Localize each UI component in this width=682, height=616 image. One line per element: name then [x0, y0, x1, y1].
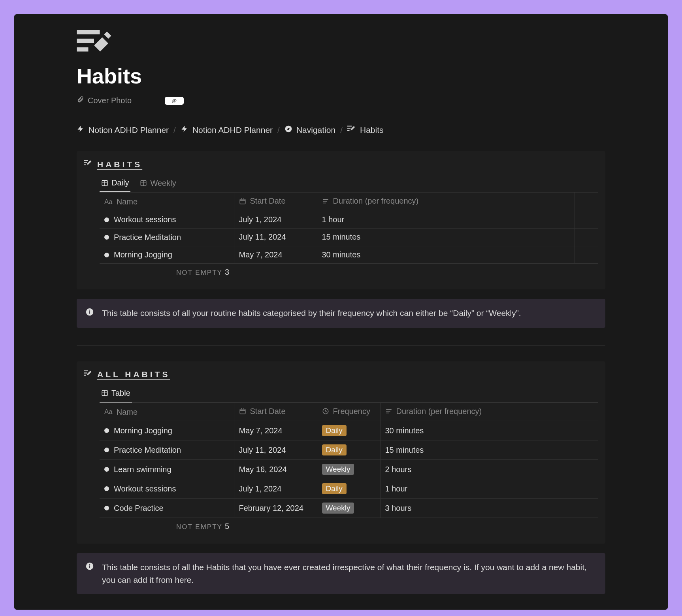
column-frequency[interactable]: Frequency — [317, 402, 380, 421]
svg-rect-0 — [77, 30, 100, 34]
page-content: Habits Cover Photo Notion ADHD Planner /… — [47, 30, 635, 594]
svg-rect-12 — [84, 162, 87, 163]
svg-rect-10 — [347, 130, 350, 131]
habits-callout: This table consists of all your routine … — [77, 299, 605, 328]
column-spacer — [575, 193, 598, 211]
page-meta-row: Cover Photo — [77, 96, 605, 114]
column-name[interactable]: AaName — [100, 402, 234, 421]
pencil-list-icon — [347, 125, 356, 135]
svg-rect-2 — [77, 47, 89, 52]
page-icon — [77, 30, 605, 55]
svg-rect-28 — [89, 311, 90, 314]
svg-rect-32 — [84, 374, 86, 375]
svg-rect-31 — [84, 372, 87, 373]
svg-point-29 — [89, 310, 90, 310]
all-habits-section-title[interactable]: ALL HABITS — [97, 370, 170, 379]
breadcrumb-separator: / — [340, 125, 343, 135]
table-row[interactable]: Learn swimming May 16, 2024 Weekly 2 hou… — [100, 460, 598, 479]
bullet-icon — [104, 448, 109, 452]
frequency-tag: Weekly — [322, 503, 354, 514]
bullet-icon — [104, 253, 109, 257]
column-start-date[interactable]: Start Date — [234, 193, 317, 211]
bullet-icon — [104, 486, 109, 491]
all-habits-tabs: Table — [100, 385, 598, 402]
breadcrumb-item-3[interactable]: Habits — [347, 125, 384, 135]
bullet-icon — [104, 506, 109, 510]
compass-icon — [284, 125, 292, 135]
breadcrumb-item-0[interactable]: Notion ADHD Planner — [77, 125, 169, 135]
svg-rect-20 — [240, 199, 245, 204]
breadcrumb-separator: / — [277, 125, 280, 135]
lines-icon — [385, 408, 392, 415]
breadcrumb-item-2[interactable]: Navigation — [284, 125, 335, 135]
breadcrumb: Notion ADHD Planner / Notion ADHD Planne… — [77, 125, 605, 135]
bullet-icon — [104, 235, 109, 240]
svg-rect-1 — [77, 39, 94, 43]
column-name[interactable]: AaName — [100, 193, 234, 211]
calendar-icon — [239, 198, 246, 205]
page-title: Habits — [77, 64, 605, 88]
svg-point-46 — [89, 564, 90, 565]
svg-rect-11 — [84, 160, 88, 161]
svg-rect-13 — [84, 164, 86, 165]
text-aa-icon: Aa — [104, 198, 113, 206]
table-row[interactable]: Practice Meditation July 11, 2024 15 min… — [100, 229, 598, 246]
tab-daily[interactable]: Daily — [100, 175, 130, 192]
svg-rect-36 — [240, 409, 245, 414]
svg-rect-45 — [89, 565, 90, 568]
cover-photo-link[interactable]: Cover Photo — [77, 96, 132, 105]
habits-table: AaName Start Date Duration (per frequenc… — [100, 192, 598, 281]
table-row[interactable]: Workout sessions July 1, 2024 1 hour — [100, 211, 598, 229]
all-habits-table: AaName Start Date Frequency Duration (pe… — [100, 402, 598, 535]
pencil-list-icon — [84, 159, 92, 170]
table-row[interactable]: Morning Jogging May 7, 2024 Daily 30 min… — [100, 421, 598, 440]
table-row[interactable]: Workout sessions July 1, 2024 Daily 1 ho… — [100, 479, 598, 499]
tab-table[interactable]: Table — [100, 385, 132, 402]
all-habits-callout: This table consists of all the Habits th… — [77, 553, 605, 594]
attachment-icon — [77, 96, 84, 105]
callout-text: This table consists of all the Habits th… — [102, 561, 597, 586]
habits-tabs: Daily Weekly — [100, 175, 598, 192]
bolt-icon — [77, 125, 85, 135]
bolt-icon — [181, 125, 188, 135]
svg-rect-3 — [94, 37, 108, 51]
visibility-toggle[interactable] — [165, 97, 184, 105]
frequency-tag: Daily — [322, 483, 347, 494]
habits-title-row: HABITS — [84, 159, 142, 170]
column-duration[interactable]: Duration (per frequency) — [380, 402, 487, 421]
frequency-tag: Daily — [322, 444, 347, 455]
divider — [77, 345, 605, 346]
column-spacer — [487, 402, 598, 421]
all-habits-section: ALL HABITS Table AaName Start Date Frequ… — [77, 361, 605, 544]
info-icon — [85, 561, 94, 574]
page-window: Habits Cover Photo Notion ADHD Planner /… — [14, 14, 668, 610]
cover-photo-label: Cover Photo — [88, 96, 132, 105]
bullet-icon — [104, 217, 109, 222]
pencil-list-icon — [84, 369, 92, 380]
svg-rect-8 — [347, 126, 352, 127]
breadcrumb-item-1[interactable]: Notion ADHD Planner — [181, 125, 273, 135]
all-habits-title-row: ALL HABITS — [84, 369, 170, 380]
info-icon — [85, 307, 94, 320]
table-row[interactable]: Practice Meditation July 11, 2024 Daily … — [100, 440, 598, 460]
frequency-tag: Weekly — [322, 464, 354, 475]
table-footer: NOT EMPTY5 — [100, 518, 598, 535]
breadcrumb-separator: / — [173, 125, 176, 135]
tab-weekly[interactable]: Weekly — [138, 175, 177, 192]
bullet-icon — [104, 467, 109, 472]
table-row[interactable]: Code Practice February 12, 2024 Weekly 3… — [100, 499, 598, 518]
svg-rect-9 — [347, 128, 350, 128]
table-row[interactable]: Morning Jogging May 7, 2024 30 minutes — [100, 246, 598, 264]
text-aa-icon: Aa — [104, 408, 113, 416]
bullet-icon — [104, 428, 109, 433]
select-icon — [322, 408, 329, 415]
svg-rect-30 — [84, 370, 88, 371]
column-duration[interactable]: Duration (per frequency) — [317, 193, 575, 211]
habits-section: HABITS Daily Weekly AaName Start Date — [77, 151, 605, 289]
svg-marker-4 — [104, 32, 111, 39]
habits-section-title[interactable]: HABITS — [97, 160, 142, 169]
calendar-icon — [239, 408, 246, 415]
frequency-tag: Daily — [322, 425, 347, 436]
table-footer: NOT EMPTY3 — [100, 264, 598, 281]
column-start-date[interactable]: Start Date — [234, 402, 317, 421]
